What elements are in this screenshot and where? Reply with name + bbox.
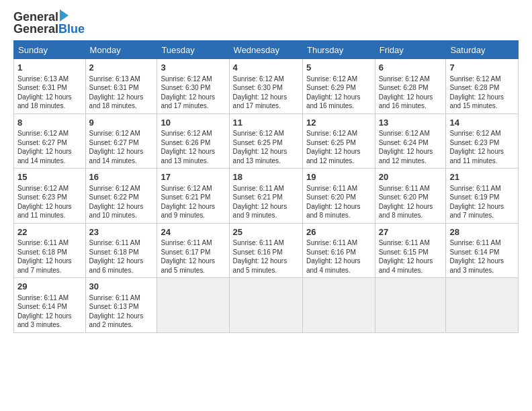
week-row-4: 22Sunrise: 6:11 AMSunset: 6:18 PMDayligh… xyxy=(14,223,519,278)
day-number: 27 xyxy=(379,226,443,238)
day-number: 21 xyxy=(449,171,515,183)
calendar-cell: 12Sunrise: 6:12 AMSunset: 6:25 PMDayligh… xyxy=(302,113,375,169)
day-number: 15 xyxy=(17,171,82,183)
cell-info: Sunrise: 6:11 AMSunset: 6:16 PMDaylight:… xyxy=(306,238,371,275)
cell-info: Sunrise: 6:11 AMSunset: 6:18 PMDaylight:… xyxy=(89,238,154,275)
week-row-5: 29Sunrise: 6:11 AMSunset: 6:14 PMDayligh… xyxy=(14,278,519,333)
calendar-cell xyxy=(302,278,375,333)
weekday-header-tuesday: Tuesday xyxy=(157,41,229,59)
calendar-cell: 9Sunrise: 6:12 AMSunset: 6:27 PMDaylight… xyxy=(85,113,157,169)
calendar-cell: 24Sunrise: 6:11 AMSunset: 6:17 PMDayligh… xyxy=(157,223,229,278)
calendar-cell: 15Sunrise: 6:12 AMSunset: 6:23 PMDayligh… xyxy=(14,169,86,224)
cell-info: Sunrise: 6:11 AMSunset: 6:13 PMDaylight:… xyxy=(89,293,154,330)
cell-info: Sunrise: 6:11 AMSunset: 6:19 PMDaylight:… xyxy=(449,184,515,220)
cell-info: Sunrise: 6:12 AMSunset: 6:28 PMDaylight:… xyxy=(379,75,443,111)
week-row-2: 8Sunrise: 6:12 AMSunset: 6:27 PMDaylight… xyxy=(14,113,519,169)
day-number: 3 xyxy=(161,62,225,74)
day-number: 18 xyxy=(233,171,299,183)
cell-info: Sunrise: 6:12 AMSunset: 6:30 PMDaylight:… xyxy=(161,75,225,111)
day-number: 5 xyxy=(306,62,371,74)
day-number: 11 xyxy=(233,117,299,129)
calendar-cell: 14Sunrise: 6:12 AMSunset: 6:23 PMDayligh… xyxy=(446,113,519,169)
cell-info: Sunrise: 6:13 AMSunset: 6:31 PMDaylight:… xyxy=(17,75,82,111)
day-number: 2 xyxy=(89,62,154,74)
calendar-cell: 22Sunrise: 6:11 AMSunset: 6:18 PMDayligh… xyxy=(14,223,86,278)
day-number: 4 xyxy=(233,62,299,74)
calendar-cell: 11Sunrise: 6:12 AMSunset: 6:25 PMDayligh… xyxy=(229,113,302,169)
cell-info: Sunrise: 6:12 AMSunset: 6:23 PMDaylight:… xyxy=(449,129,515,165)
day-number: 22 xyxy=(17,226,82,238)
weekday-header-thursday: Thursday xyxy=(302,41,375,59)
calendar-cell: 1Sunrise: 6:13 AMSunset: 6:31 PMDaylight… xyxy=(14,59,86,114)
cell-info: Sunrise: 6:12 AMSunset: 6:27 PMDaylight:… xyxy=(17,129,82,165)
cell-info: Sunrise: 6:12 AMSunset: 6:22 PMDaylight:… xyxy=(89,184,154,220)
day-number: 30 xyxy=(89,281,154,293)
day-number: 17 xyxy=(161,171,225,183)
calendar-cell: 28Sunrise: 6:11 AMSunset: 6:14 PMDayligh… xyxy=(446,223,519,278)
cell-info: Sunrise: 6:12 AMSunset: 6:23 PMDaylight:… xyxy=(17,184,82,220)
calendar-cell xyxy=(229,278,302,333)
day-number: 7 xyxy=(449,62,515,74)
calendar-cell: 30Sunrise: 6:11 AMSunset: 6:13 PMDayligh… xyxy=(85,278,157,333)
cell-info: Sunrise: 6:12 AMSunset: 6:26 PMDaylight:… xyxy=(161,129,225,165)
day-number: 8 xyxy=(17,117,82,129)
calendar-cell xyxy=(375,278,446,333)
calendar-cell: 13Sunrise: 6:12 AMSunset: 6:24 PMDayligh… xyxy=(375,113,446,169)
day-number: 25 xyxy=(233,226,299,238)
day-number: 19 xyxy=(306,171,371,183)
cell-info: Sunrise: 6:11 AMSunset: 6:14 PMDaylight:… xyxy=(449,238,515,275)
cell-info: Sunrise: 6:12 AMSunset: 6:25 PMDaylight:… xyxy=(306,129,371,165)
cell-info: Sunrise: 6:12 AMSunset: 6:25 PMDaylight:… xyxy=(233,129,299,165)
day-number: 29 xyxy=(17,281,82,293)
cell-info: Sunrise: 6:11 AMSunset: 6:21 PMDaylight:… xyxy=(233,184,299,220)
weekday-header-sunday: Sunday xyxy=(14,41,86,59)
page-container: General GeneralBlue SundayMondayTuesdayW… xyxy=(0,0,532,340)
header-row: General GeneralBlue xyxy=(13,11,519,35)
calendar-cell: 20Sunrise: 6:11 AMSunset: 6:20 PMDayligh… xyxy=(375,169,446,224)
cell-info: Sunrise: 6:11 AMSunset: 6:20 PMDaylight:… xyxy=(379,184,443,220)
logo-general-top: General xyxy=(13,11,58,23)
weekday-header-row: SundayMondayTuesdayWednesdayThursdayFrid… xyxy=(14,41,519,59)
calendar-cell: 26Sunrise: 6:11 AMSunset: 6:16 PMDayligh… xyxy=(302,223,375,278)
day-number: 28 xyxy=(449,226,515,238)
calendar-cell: 19Sunrise: 6:11 AMSunset: 6:20 PMDayligh… xyxy=(302,169,375,224)
day-number: 24 xyxy=(161,226,225,238)
logo-general-bot: General xyxy=(13,23,58,35)
cell-info: Sunrise: 6:11 AMSunset: 6:16 PMDaylight:… xyxy=(233,238,299,275)
calendar-cell: 25Sunrise: 6:11 AMSunset: 6:16 PMDayligh… xyxy=(229,223,302,278)
day-number: 1 xyxy=(17,62,82,74)
weekday-header-saturday: Saturday xyxy=(446,41,519,59)
cell-info: Sunrise: 6:11 AMSunset: 6:17 PMDaylight:… xyxy=(161,238,225,275)
cell-info: Sunrise: 6:11 AMSunset: 6:18 PMDaylight:… xyxy=(17,238,82,275)
calendar-cell: 4Sunrise: 6:12 AMSunset: 6:30 PMDaylight… xyxy=(229,59,302,114)
logo-triangle-icon xyxy=(60,9,69,21)
calendar-cell: 5Sunrise: 6:12 AMSunset: 6:29 PMDaylight… xyxy=(302,59,375,114)
cell-info: Sunrise: 6:12 AMSunset: 6:30 PMDaylight:… xyxy=(233,75,299,111)
calendar-cell: 10Sunrise: 6:12 AMSunset: 6:26 PMDayligh… xyxy=(157,113,229,169)
day-number: 23 xyxy=(89,226,154,238)
weekday-header-wednesday: Wednesday xyxy=(229,41,302,59)
calendar-cell: 23Sunrise: 6:11 AMSunset: 6:18 PMDayligh… xyxy=(85,223,157,278)
cell-info: Sunrise: 6:12 AMSunset: 6:21 PMDaylight:… xyxy=(161,184,225,220)
logo: General GeneralBlue xyxy=(13,11,85,35)
cell-info: Sunrise: 6:12 AMSunset: 6:24 PMDaylight:… xyxy=(379,129,443,165)
day-number: 13 xyxy=(379,117,443,129)
cell-info: Sunrise: 6:13 AMSunset: 6:31 PMDaylight:… xyxy=(89,75,154,111)
cell-info: Sunrise: 6:11 AMSunset: 6:15 PMDaylight:… xyxy=(379,238,443,275)
calendar-cell xyxy=(157,278,229,333)
weekday-header-monday: Monday xyxy=(85,41,157,59)
day-number: 10 xyxy=(161,117,225,129)
cell-info: Sunrise: 6:11 AMSunset: 6:14 PMDaylight:… xyxy=(17,293,82,330)
weekday-header-friday: Friday xyxy=(375,41,446,59)
day-number: 16 xyxy=(89,171,154,183)
calendar-table: SundayMondayTuesdayWednesdayThursdayFrid… xyxy=(13,40,519,333)
day-number: 9 xyxy=(89,117,154,129)
calendar-cell: 18Sunrise: 6:11 AMSunset: 6:21 PMDayligh… xyxy=(229,169,302,224)
calendar-cell: 3Sunrise: 6:12 AMSunset: 6:30 PMDaylight… xyxy=(157,59,229,114)
calendar-cell: 2Sunrise: 6:13 AMSunset: 6:31 PMDaylight… xyxy=(85,59,157,114)
cell-info: Sunrise: 6:12 AMSunset: 6:27 PMDaylight:… xyxy=(89,129,154,165)
calendar-cell: 16Sunrise: 6:12 AMSunset: 6:22 PMDayligh… xyxy=(85,169,157,224)
logo-blue-bot: Blue xyxy=(58,23,85,35)
day-number: 26 xyxy=(306,226,371,238)
calendar-cell: 7Sunrise: 6:12 AMSunset: 6:28 PMDaylight… xyxy=(446,59,519,114)
